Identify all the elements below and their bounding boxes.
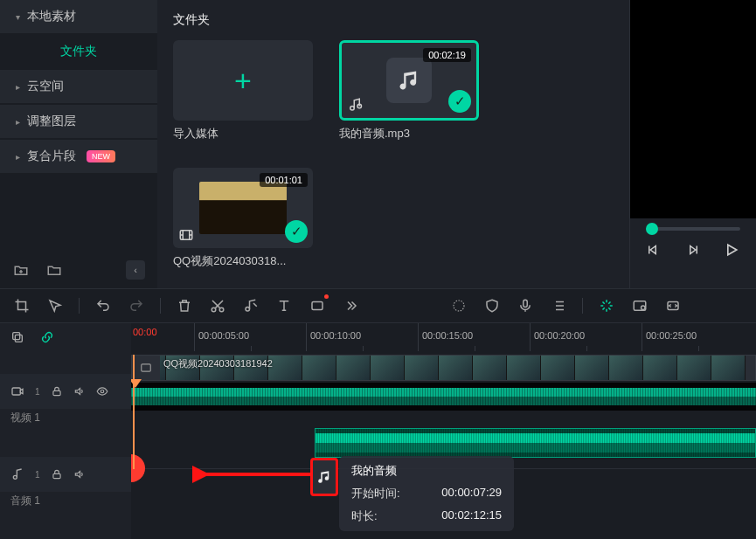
- collapse-sidebar-button[interactable]: ‹: [126, 260, 145, 280]
- video-icon: [10, 384, 24, 398]
- clip-duration: 00:01:01: [260, 173, 308, 187]
- preview-canvas[interactable]: [630, 0, 756, 218]
- music-icon: [386, 58, 432, 103]
- clip-start-icon: [132, 356, 160, 380]
- tooltip-title: 我的音频: [351, 463, 502, 479]
- media-browser: 文件夹 + 导入媒体 00:02:19 ✓ 我的音频.m: [157, 0, 629, 288]
- media-clip-video[interactable]: 00:01:01 ✓ QQ视频2024030318...: [173, 168, 313, 269]
- check-icon: ✓: [285, 220, 308, 243]
- ruler-tick: 00:00:10:00: [306, 323, 418, 351]
- svg-rect-14: [12, 388, 20, 395]
- lock-icon[interactable]: [51, 468, 63, 480]
- preview-panel: [629, 0, 756, 288]
- svg-rect-12: [13, 333, 20, 340]
- chevron-down-icon: ▾: [16, 12, 20, 22]
- timeline-ruler[interactable]: 00:00 00:00:05:00 00:00:10:00 00:00:15:0…: [131, 323, 756, 351]
- shield-icon[interactable]: [482, 296, 502, 315]
- music-icon: [316, 469, 332, 485]
- import-media-tile[interactable]: + 导入媒体: [173, 40, 313, 142]
- svg-rect-15: [52, 390, 59, 395]
- more-icon[interactable]: [341, 296, 360, 315]
- ruler-tick: 00:00:15:00: [418, 323, 530, 351]
- drag-ghost: [310, 458, 338, 496]
- media-clip-audio[interactable]: 00:02:19 ✓ 我的音频.mp3: [339, 40, 479, 142]
- slider-knob[interactable]: [646, 223, 658, 235]
- tooltip-start-value: 00:00:07:29: [441, 486, 502, 501]
- list-icon[interactable]: [549, 296, 568, 315]
- ruler-zero: 00:00: [133, 327, 157, 337]
- ai-cut-icon[interactable]: [597, 296, 616, 315]
- mic-icon[interactable]: [516, 296, 535, 315]
- audio-type-icon: [347, 97, 363, 113]
- text-icon[interactable]: [274, 296, 294, 315]
- smart-icon[interactable]: [449, 296, 468, 315]
- rect-icon[interactable]: [308, 296, 327, 315]
- video-track-header[interactable]: 1: [0, 374, 131, 409]
- redo-icon[interactable]: [127, 296, 146, 315]
- new-badge: NEW: [87, 150, 115, 162]
- sidebar-item-label: 本地素材: [27, 9, 76, 24]
- media-heading: 文件夹: [173, 12, 614, 28]
- svg-rect-18: [52, 473, 59, 478]
- duplicate-icon[interactable]: [10, 330, 24, 344]
- sidebar-item-label: 文件夹: [60, 44, 97, 59]
- ruler-tick: 00:00:05:00: [194, 323, 306, 351]
- sidebar-item-compound[interactable]: ▸ 复合片段 NEW: [0, 140, 157, 173]
- link-icon[interactable]: [40, 330, 54, 344]
- sidebar: ▾ 本地素材 文件夹 ▸ 云空间 ▸ 调整图层 ▸ 复合片段 NEW ‹: [0, 0, 157, 288]
- svg-point-3: [212, 308, 216, 312]
- crop-tool-icon[interactable]: [12, 296, 31, 315]
- ruler-tick: 00:00:20:00: [530, 323, 642, 351]
- undo-icon[interactable]: [94, 296, 113, 315]
- sidebar-item-cloud[interactable]: ▸ 云空间: [0, 70, 157, 103]
- audio-icon: [10, 467, 24, 481]
- video-clip[interactable]: QQ视频20240303181942: [132, 356, 755, 380]
- waveform: [131, 383, 756, 411]
- timeline: 1 视频 1 1 音频 1 00:00 00:00:05:00 00:00:10…: [0, 323, 756, 539]
- mute-icon[interactable]: [73, 385, 86, 397]
- folder-icon[interactable]: [45, 261, 63, 279]
- audio-track[interactable]: [131, 428, 756, 458]
- sidebar-item-folder[interactable]: 文件夹: [0, 35, 157, 68]
- sidebar-item-label: 复合片段: [27, 149, 76, 164]
- timeline-toolbar: [0, 288, 756, 323]
- timeline-tracks[interactable]: 00:00 00:00:05:00 00:00:10:00 00:00:15:0…: [131, 323, 756, 539]
- audio-track-header[interactable]: 1: [0, 457, 131, 492]
- drag-tooltip: 我的音频 开始时间: 00:00:07:29 时长: 00:02:12:15: [339, 456, 514, 531]
- next-frame-button[interactable]: [684, 242, 700, 258]
- clip-duration: 00:02:19: [423, 48, 471, 62]
- play-button[interactable]: [723, 241, 740, 259]
- sidebar-item-label: 云空间: [27, 79, 64, 94]
- check-icon: ✓: [448, 90, 471, 113]
- svg-point-7: [454, 301, 464, 311]
- video-track-label: 视频 1: [0, 409, 131, 427]
- video-track[interactable]: QQ视频20240303181942: [131, 355, 756, 381]
- audio-track-label: 音频 1: [0, 492, 131, 510]
- mute-icon[interactable]: [73, 468, 86, 480]
- chevron-right-icon: ▸: [16, 82, 20, 92]
- svg-point-16: [101, 390, 104, 393]
- cursor-tool-icon[interactable]: [45, 296, 65, 315]
- linked-audio-track[interactable]: [131, 383, 756, 411]
- sidebar-item-adjust[interactable]: ▸ 调整图层: [0, 105, 157, 138]
- preview-slider[interactable]: [646, 227, 740, 231]
- svg-rect-19: [142, 364, 151, 371]
- svg-rect-13: [15, 335, 22, 342]
- prev-frame-button[interactable]: [646, 242, 662, 258]
- svg-rect-6: [312, 302, 323, 310]
- delete-icon[interactable]: [175, 296, 194, 315]
- eye-icon[interactable]: [96, 385, 108, 397]
- frame-export-icon[interactable]: [630, 296, 649, 315]
- ruler-tick: 00:00:25:00: [642, 323, 753, 351]
- audio-beat-icon[interactable]: [241, 296, 260, 315]
- tooltip-dur-label: 时长:: [351, 508, 378, 524]
- audio-clip[interactable]: [315, 428, 756, 458]
- timeline-track-headers: 1 视频 1 1 音频 1: [0, 323, 131, 539]
- svg-rect-8: [524, 300, 528, 307]
- new-folder-icon[interactable]: [12, 261, 30, 279]
- lock-icon[interactable]: [51, 385, 63, 397]
- cut-icon[interactable]: [208, 296, 227, 315]
- sidebar-item-local[interactable]: ▾ 本地素材: [0, 0, 157, 33]
- playhead[interactable]: [133, 355, 135, 469]
- fit-icon[interactable]: [663, 296, 683, 315]
